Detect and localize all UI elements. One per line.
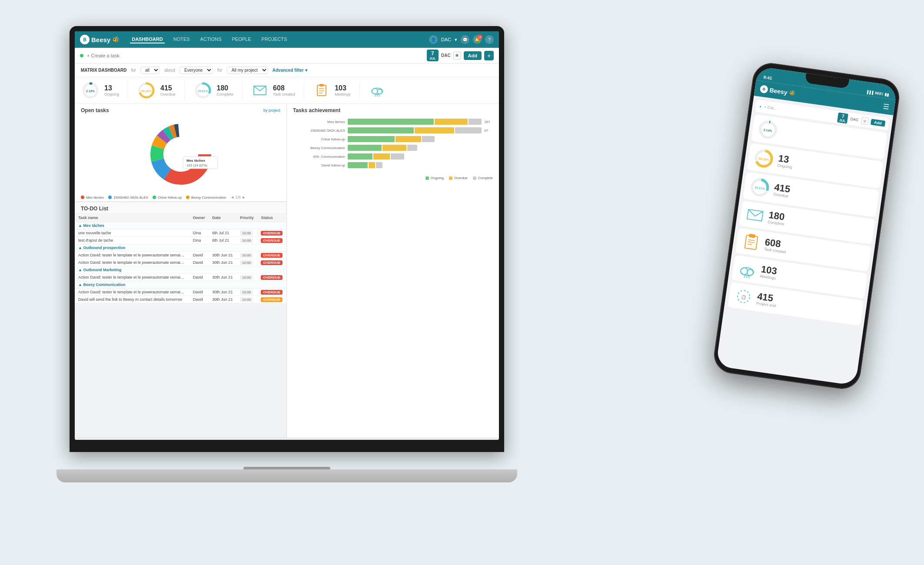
- phone-stat-6-info: 103 Meetings: [760, 264, 778, 280]
- main-content: Open tasks by project: [75, 104, 499, 438]
- clipboard-icon: [313, 82, 330, 99]
- task-status-6: OVERDUE: [257, 289, 286, 296]
- bar-gray-2: [455, 127, 482, 133]
- col-owner: Owner: [189, 214, 209, 222]
- grid-icon[interactable]: ⊞: [453, 52, 461, 60]
- task-status-1: OVERDUE: [257, 229, 286, 237]
- everyone-select[interactable]: Everyone: [179, 66, 213, 74]
- projects-select[interactable]: All my project: [227, 66, 268, 74]
- svg-text:29.61%: 29.61%: [754, 186, 765, 190]
- svg-line-43: [748, 240, 755, 241]
- phone-screen: 9:41 ▐▐▐ WiFi ▮▮ B Beesy 🐝 ☰: [716, 66, 897, 386]
- task-row-5: Action David: tester le template et le p…: [75, 274, 286, 281]
- complete-num: 180: [217, 84, 234, 92]
- phone-add-btn[interactable]: Add: [870, 119, 885, 127]
- filter-bar: MATRIX DASHBOARD for all about Everyone …: [75, 63, 499, 77]
- all-select[interactable]: all: [140, 66, 160, 74]
- matrix-label: MATRIX DASHBOARD: [81, 68, 126, 73]
- nav-people[interactable]: PEOPLE: [230, 36, 253, 43]
- bar-track-6: [348, 162, 382, 168]
- nav-actions[interactable]: ACTIONS: [199, 36, 223, 43]
- by-project-label[interactable]: by project: [263, 108, 280, 113]
- task-owner-2: Dina: [189, 237, 209, 244]
- legend-dot-green: [153, 196, 156, 199]
- col-task-name: Task name: [75, 214, 189, 222]
- bar-yellow-6: [369, 162, 375, 168]
- nav-projects[interactable]: PROJECTS: [260, 36, 289, 43]
- legend-complete-bar: Complete: [473, 176, 493, 180]
- open-tasks-header: Open tasks by project: [75, 104, 286, 115]
- phone-project-icon: 📋: [732, 285, 755, 308]
- category-beesy-comm-label: ▲ Beesy Communication: [75, 281, 286, 289]
- task-owner-1: Dina: [189, 229, 209, 237]
- category-marketing-label: ▲ Outbound Marketing: [75, 266, 286, 274]
- task-owner-5: David: [189, 274, 209, 281]
- task-priority-4: 10:00: [236, 259, 257, 266]
- signal-icon: ▐▐▐: [866, 90, 874, 95]
- svg-line-50: [747, 276, 747, 278]
- dac-label: DAC: [441, 53, 451, 58]
- phone-grid-icon[interactable]: ⊞: [861, 117, 868, 125]
- bar-gray-6: [376, 162, 382, 168]
- phone-logo: B Beesy 🐝: [760, 85, 796, 97]
- add-button[interactable]: Add: [464, 51, 482, 60]
- legend-chloe: Chloe follow-up: [153, 195, 182, 199]
- help-icon[interactable]: ?: [485, 35, 494, 44]
- stat-task-created: 608 Task created: [243, 82, 304, 99]
- legend-label-3: Chloe follow-up: [158, 196, 182, 199]
- phone-envelope-icon: [744, 204, 766, 226]
- svg-text:Mes tâches: Mes tâches: [186, 159, 206, 163]
- task-bar-right: 7 JUL DAC ⊞ Add +: [427, 50, 494, 61]
- legend-dot-ongoing: [425, 176, 429, 180]
- bar-value-1: 167: [484, 120, 493, 124]
- nav-right: 👤 DAC ▾ 💬 🔔 18 ?: [429, 35, 494, 44]
- bar-yellow-2: [415, 127, 454, 133]
- bar-gray-1: [469, 119, 482, 125]
- task-priority-5: 10:00: [236, 274, 257, 281]
- app-logo: B Beesy 🐝: [80, 35, 120, 44]
- nav-dashboard[interactable]: DASHBOARD: [130, 36, 165, 43]
- task-priority-1: 10:00: [236, 229, 257, 237]
- for-label: for: [131, 68, 136, 73]
- chat-icon[interactable]: 💬: [461, 35, 469, 44]
- bar-green-5: [348, 153, 372, 160]
- svg-line-17: [375, 94, 376, 96]
- phone-stat-5-info: 608 Task created: [764, 237, 788, 254]
- svg-rect-9: [317, 85, 326, 96]
- wifi-icon: WiFi: [875, 91, 884, 96]
- user-icon[interactable]: 👤: [429, 35, 438, 44]
- bar-legend: Ongoing Overdue Complete: [287, 174, 499, 182]
- phone-menu-icon[interactable]: ☰: [883, 102, 890, 111]
- donut-chart-svg: Mes tâches 162 (34.62%): [137, 120, 224, 189]
- notification-icon[interactable]: 🔔 18: [473, 35, 482, 44]
- ongoing-num: 13: [104, 84, 119, 92]
- nav-notes[interactable]: NOTES: [172, 36, 192, 43]
- phone-donut-3: 29.61%: [748, 175, 772, 199]
- phone-green-dot: ●: [759, 104, 762, 109]
- plus-button[interactable]: +: [484, 51, 494, 60]
- create-task-input[interactable]: [87, 53, 423, 58]
- task-date-5: 30th Jun 21: [209, 274, 236, 281]
- legend-text-complete: Complete: [478, 176, 493, 180]
- app-navbar: B Beesy 🐝 DASHBOARD NOTES ACTIONS PEOPLE…: [75, 31, 499, 48]
- category-outbound-marketing: ▲ Outbound Marketing: [75, 266, 286, 274]
- task-owner-3: David: [189, 252, 209, 259]
- task-status-4: OVERDUE: [257, 259, 286, 266]
- user-label: DAC: [441, 37, 451, 42]
- stats-row: 2.14% 13 Ongoing 68.26%: [75, 77, 499, 104]
- advanced-filter[interactable]: Advanced filter ▾: [273, 68, 307, 73]
- svg-text:29.61%: 29.61%: [198, 90, 209, 93]
- svg-line-45: [748, 244, 752, 244]
- task-date-3: 30th Jun 21: [209, 252, 236, 259]
- svg-rect-10: [319, 84, 324, 86]
- task-name-5: Action David: tester le template et le p…: [75, 274, 189, 281]
- svg-text:2.14%: 2.14%: [763, 128, 772, 133]
- stat-ongoing: 2.14% 13 Ongoing: [81, 81, 128, 100]
- bar-yellow-5: [373, 153, 390, 160]
- svg-line-49: [744, 275, 745, 278]
- svg-text:68.26%: 68.26%: [758, 157, 769, 161]
- category-beesy-comm: ▲ Beesy Communication: [75, 281, 286, 289]
- for2-label: for: [217, 68, 223, 73]
- legend-text-overdue: Overdue: [454, 176, 468, 180]
- phone-stat-2-info: 13 Ongoing: [777, 154, 794, 170]
